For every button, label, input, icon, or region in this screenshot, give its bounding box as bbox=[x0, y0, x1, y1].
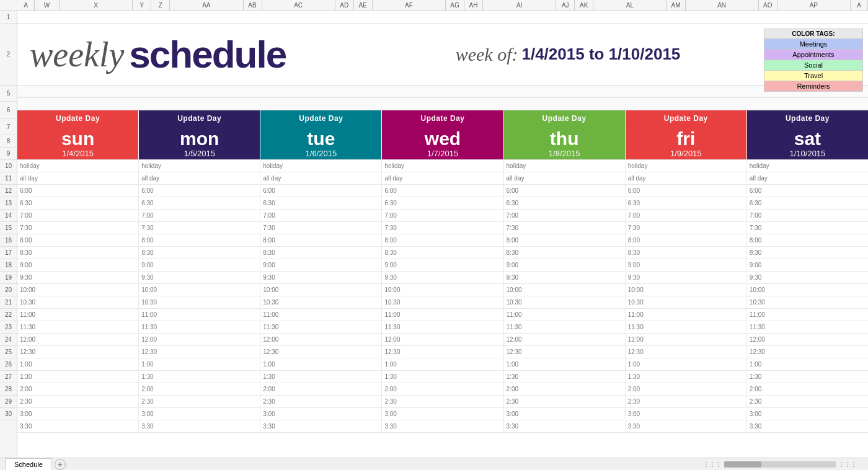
timecell-d2-9[interactable]: 9:30 bbox=[260, 272, 382, 283]
timecell-d5-6[interactable]: 8:00 bbox=[626, 234, 747, 246]
timecell-d3-20[interactable]: 3:00 bbox=[382, 408, 503, 420]
timecell-d1-19[interactable]: 2:30 bbox=[139, 396, 260, 407]
timecell-d3-12[interactable]: 11:00 bbox=[382, 309, 503, 321]
timecell-d4-16[interactable]: 1:00 bbox=[504, 358, 626, 370]
timecell-d6-21[interactable]: 3:30 bbox=[747, 420, 868, 432]
sat-update-day-btn[interactable]: Update Day bbox=[747, 110, 868, 126]
timecell-d0-8[interactable]: 9:00 bbox=[17, 259, 139, 271]
timecell-d3-3[interactable]: 6:30 bbox=[382, 197, 503, 209]
timecell-d2-20[interactable]: 3:00 bbox=[260, 408, 382, 420]
timecell-d3-14[interactable]: 12:00 bbox=[382, 334, 503, 345]
timecell-d5-17[interactable]: 1:30 bbox=[626, 371, 747, 383]
timecell-d2-6[interactable]: 8:00 bbox=[260, 234, 382, 246]
timecell-d5-11[interactable]: 10:30 bbox=[626, 296, 747, 308]
timecell-d2-18[interactable]: 2:00 bbox=[260, 383, 382, 395]
timecell-d1-6[interactable]: 8:00 bbox=[139, 234, 260, 246]
timecell-d5-7[interactable]: 8:30 bbox=[626, 247, 747, 259]
fri-update-day-btn[interactable]: Update Day bbox=[626, 110, 746, 126]
wed-update-day-btn[interactable]: Update Day bbox=[382, 110, 503, 126]
timecell-d0-18[interactable]: 2:00 bbox=[17, 383, 139, 395]
timecell-d3-7[interactable]: 8:30 bbox=[382, 247, 503, 259]
timecell-d1-2[interactable]: 6:00 bbox=[139, 185, 260, 197]
timecell-d5-2[interactable]: 6:00 bbox=[626, 185, 747, 197]
timecell-d5-18[interactable]: 2:00 bbox=[626, 383, 747, 395]
timecell-d3-19[interactable]: 2:30 bbox=[382, 396, 503, 407]
timecell-d6-16[interactable]: 1:00 bbox=[747, 358, 868, 370]
timecell-d5-20[interactable]: 3:00 bbox=[626, 408, 747, 420]
timecell-d4-12[interactable]: 11:00 bbox=[504, 309, 626, 321]
timecell-d3-1[interactable]: all day bbox=[382, 172, 503, 184]
timecell-d4-15[interactable]: 12:30 bbox=[504, 346, 626, 358]
timecell-d1-14[interactable]: 12:00 bbox=[139, 334, 260, 345]
timecell-d4-1[interactable]: all day bbox=[504, 172, 626, 184]
timecell-d4-5[interactable]: 7:30 bbox=[504, 222, 626, 234]
wed-update-cell[interactable]: Update Day bbox=[382, 110, 503, 126]
mon-update-cell[interactable]: Update Day bbox=[139, 110, 260, 126]
timecell-d5-16[interactable]: 1:00 bbox=[626, 358, 747, 370]
timecell-d4-18[interactable]: 2:00 bbox=[504, 383, 626, 395]
timecell-d3-10[interactable]: 10:00 bbox=[382, 284, 503, 296]
timecell-d6-12[interactable]: 11:00 bbox=[747, 309, 868, 321]
timecell-d5-21[interactable]: 3:30 bbox=[626, 420, 747, 432]
timecell-d0-11[interactable]: 10:30 bbox=[17, 296, 139, 308]
timecell-d1-17[interactable]: 1:30 bbox=[139, 371, 260, 383]
timecell-d4-19[interactable]: 2:30 bbox=[504, 396, 626, 407]
sun-update-day-btn[interactable]: Update Day bbox=[17, 110, 138, 126]
timecell-d2-12[interactable]: 11:00 bbox=[260, 309, 382, 321]
timecell-d4-20[interactable]: 3:00 bbox=[504, 408, 626, 420]
timecell-d2-7[interactable]: 8:30 bbox=[260, 247, 382, 259]
timecell-d6-8[interactable]: 9:00 bbox=[747, 259, 868, 271]
timecell-d1-12[interactable]: 11:00 bbox=[139, 309, 260, 321]
timecell-d5-1[interactable]: all day bbox=[626, 172, 747, 184]
timecell-d1-10[interactable]: 10:00 bbox=[139, 284, 260, 296]
sheet-tab-schedule[interactable]: Schedule bbox=[5, 458, 52, 471]
timecell-d5-3[interactable]: 6:30 bbox=[626, 197, 747, 209]
timecell-d1-13[interactable]: 11:30 bbox=[139, 321, 260, 333]
timecell-d2-17[interactable]: 1:30 bbox=[260, 371, 382, 383]
timecell-d1-21[interactable]: 3:30 bbox=[139, 420, 260, 432]
timecell-d6-20[interactable]: 3:00 bbox=[747, 408, 868, 420]
timecell-d0-6[interactable]: 8:00 bbox=[17, 234, 139, 246]
timecell-d4-0[interactable]: holiday bbox=[504, 160, 626, 172]
timecell-d3-16[interactable]: 1:00 bbox=[382, 358, 503, 370]
timecell-d0-5[interactable]: 7:30 bbox=[17, 222, 139, 234]
timecell-d2-8[interactable]: 9:00 bbox=[260, 259, 382, 271]
timecell-d6-15[interactable]: 12:30 bbox=[747, 346, 868, 358]
timecell-d6-10[interactable]: 10:00 bbox=[747, 284, 868, 296]
timecell-d4-10[interactable]: 10:00 bbox=[504, 284, 626, 296]
timecell-d3-4[interactable]: 7:00 bbox=[382, 210, 503, 221]
timecell-d5-12[interactable]: 11:00 bbox=[626, 309, 747, 321]
timecell-d5-0[interactable]: holiday bbox=[626, 160, 747, 172]
timecell-d1-7[interactable]: 8:30 bbox=[139, 247, 260, 259]
timecell-d3-2[interactable]: 6:00 bbox=[382, 185, 503, 197]
timecell-d6-13[interactable]: 11:30 bbox=[747, 321, 868, 333]
timecell-d4-6[interactable]: 8:00 bbox=[504, 234, 626, 246]
timecell-d6-9[interactable]: 9:30 bbox=[747, 272, 868, 283]
timecell-d4-11[interactable]: 10:30 bbox=[504, 296, 626, 308]
timecell-d0-10[interactable]: 10:00 bbox=[17, 284, 139, 296]
timecell-d6-7[interactable]: 8:30 bbox=[747, 247, 868, 259]
timecell-d2-4[interactable]: 7:00 bbox=[260, 210, 382, 221]
timecell-d3-11[interactable]: 10:30 bbox=[382, 296, 503, 308]
mon-update-day-btn[interactable]: Update Day bbox=[139, 110, 260, 126]
timecell-d6-1[interactable]: all day bbox=[747, 172, 868, 184]
add-sheet-button[interactable]: + bbox=[55, 459, 66, 470]
timecell-d0-15[interactable]: 12:30 bbox=[17, 346, 139, 358]
timecell-d2-2[interactable]: 6:00 bbox=[260, 185, 382, 197]
timecell-d5-4[interactable]: 7:00 bbox=[626, 210, 747, 221]
timecell-d5-10[interactable]: 10:00 bbox=[626, 284, 747, 296]
timecell-d4-9[interactable]: 9:30 bbox=[504, 272, 626, 283]
timecell-d0-17[interactable]: 1:30 bbox=[17, 371, 139, 383]
timecell-d6-2[interactable]: 6:00 bbox=[747, 185, 868, 197]
timecell-d5-9[interactable]: 9:30 bbox=[626, 272, 747, 283]
timecell-d6-11[interactable]: 10:30 bbox=[747, 296, 868, 308]
timecell-d4-7[interactable]: 8:30 bbox=[504, 247, 626, 259]
timecell-d6-4[interactable]: 7:00 bbox=[747, 210, 868, 221]
timecell-d5-14[interactable]: 12:00 bbox=[626, 334, 747, 345]
timecell-d6-5[interactable]: 7:30 bbox=[747, 222, 868, 234]
timecell-d0-21[interactable]: 3:30 bbox=[17, 420, 139, 432]
timecell-d0-4[interactable]: 7:00 bbox=[17, 210, 139, 221]
timecell-d3-15[interactable]: 12:30 bbox=[382, 346, 503, 358]
timecell-d5-8[interactable]: 9:00 bbox=[626, 259, 747, 271]
timecell-d0-9[interactable]: 9:30 bbox=[17, 272, 139, 283]
